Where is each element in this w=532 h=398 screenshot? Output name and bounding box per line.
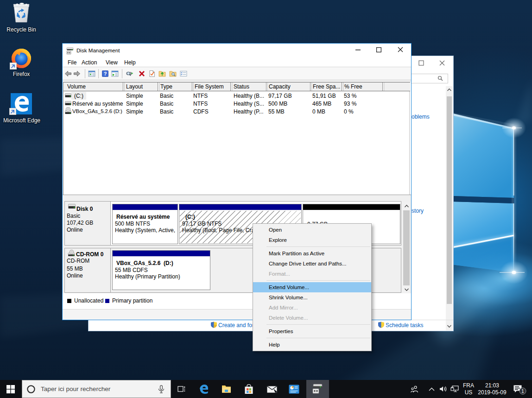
- svg-text:1: 1: [521, 388, 524, 394]
- svg-text:?: ?: [104, 71, 107, 76]
